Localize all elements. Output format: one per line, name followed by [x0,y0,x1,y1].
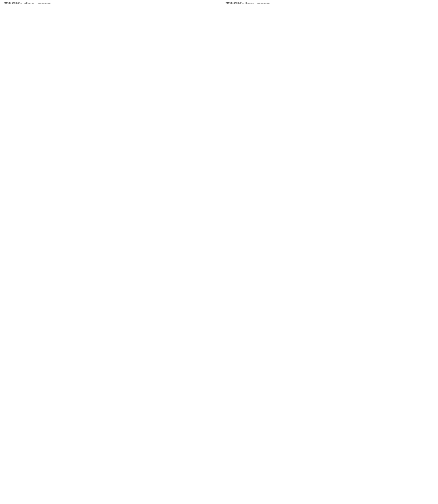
task-label-doc-prep: TASK: doc_prep [4,1,51,4]
task-label-kw-prep: TASK: kw_prep [226,1,270,4]
diagram-page: TASK: doc_prep INPUT: doc TABLE: documen… [0,0,438,4]
